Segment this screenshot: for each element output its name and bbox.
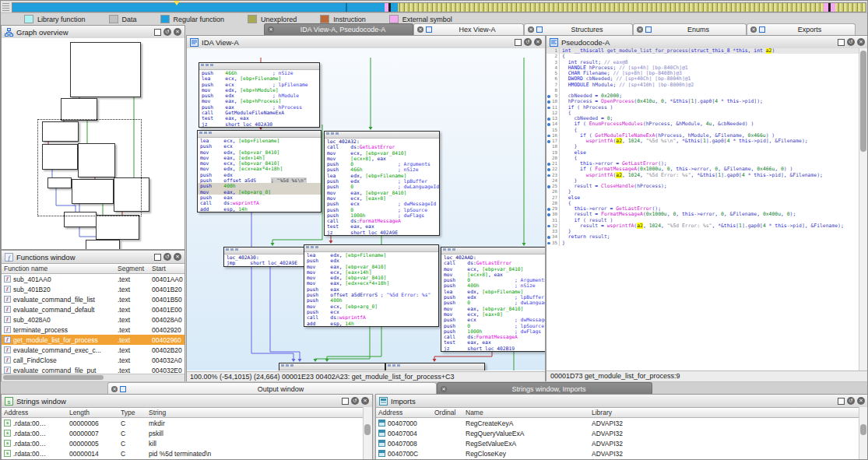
- pseudocode-line[interactable]: 27 else: [546, 195, 859, 201]
- graph-node-g[interactable]: lea ecx, [ebp+Filename]: [279, 363, 385, 370]
- tab-close-icon[interactable]: ✕: [637, 26, 643, 33]
- tab-structures[interactable]: ✕Structures: [524, 23, 633, 35]
- pseudocode-line[interactable]: 14 if ( EnumProcessModules(hProcess, &hM…: [546, 121, 859, 127]
- table-row[interactable]: 00407008RegSetValueExAADVAPI32: [376, 438, 868, 448]
- pseudocode-vscrollbar[interactable]: [859, 48, 868, 370]
- node-title-bar[interactable]: [441, 248, 545, 255]
- table-row[interactable]: fevaluate_command_file_list.text00401B50: [2, 294, 184, 304]
- scroll-thumb[interactable]: [364, 424, 371, 435]
- table-row[interactable]: s.rdata:00…00000006Cmkdir: [2, 418, 372, 428]
- table-row[interactable]: 0040700CRegCloseKeyADVAPI32: [376, 448, 868, 458]
- restore-icon[interactable]: [342, 398, 349, 405]
- table-header[interactable]: AddressOrdinalNameLibrary: [376, 408, 868, 418]
- pseudocode-line[interactable]: 17 wsprintfA(a2, 1024, "%5d %s\n", *&thi…: [546, 139, 859, 144]
- table-header[interactable]: Function nameSegmentStart: [2, 264, 184, 274]
- graph-node-c[interactable]: loc_402A32:call ds:GetLastErrormov ecx, …: [324, 131, 440, 236]
- tab-enums[interactable]: ✕Enums: [633, 23, 747, 35]
- pseudocode-line[interactable]: 19 else: [546, 150, 859, 156]
- tab-close-icon[interactable]: ✕: [441, 386, 447, 392]
- tab-strings-window-imports[interactable]: ✕Strings window, Imports: [437, 382, 652, 395]
- pseudocode-line[interactable]: 34 return result;: [546, 234, 859, 240]
- graph-node-e[interactable]: lea edx, [ebp+Filename]push edxmov eax, …: [304, 244, 439, 327]
- window-menu-icon[interactable]: ↺: [847, 397, 855, 405]
- close-icon[interactable]: ✕: [361, 397, 369, 405]
- imports-vscrollbar[interactable]: [859, 407, 868, 460]
- pseudocode-line[interactable]: 25 result = CloseHandle(hProcess);: [546, 184, 859, 189]
- pseudocode-line[interactable]: 35}: [546, 241, 859, 246]
- tab-close-icon[interactable]: ✕: [417, 26, 423, 33]
- close-icon[interactable]: ✕: [174, 253, 181, 261]
- close-icon[interactable]: ✕: [534, 38, 542, 46]
- table-row[interactable]: s.rdata:00…00000007Cpskill: [2, 428, 372, 438]
- functions-hscrollbar[interactable]: [2, 374, 184, 381]
- graph-node-b[interactable]: lea ecx, [ebp+Filename]push ecxmov edx, …: [197, 130, 322, 212]
- table-row[interactable]: fsub_401B20.text00401B20: [2, 284, 184, 294]
- graph-overview-canvas[interactable]: [2, 38, 184, 249]
- navigator-address-band[interactable]: [12, 2, 866, 12]
- imports-titlebar[interactable]: Imports ↺✕: [376, 395, 868, 408]
- strings-titlebar[interactable]: s Strings window ↺✕: [2, 395, 372, 408]
- pseudocode-line[interactable]: 1int __thiscall get_module_list_for_proc…: [546, 48, 859, 54]
- scroll-thumb[interactable]: [3, 375, 104, 380]
- table-row[interactable]: fterminate_process.text00402920: [2, 325, 184, 335]
- node-title-bar[interactable]: [198, 131, 321, 138]
- scroll-thumb[interactable]: [860, 51, 866, 152]
- scroll-thumb[interactable]: [860, 424, 866, 435]
- close-icon[interactable]: ✕: [857, 397, 865, 405]
- window-menu-icon[interactable]: ↺: [163, 28, 171, 36]
- table-row[interactable]: fevaluate_command_default.text00401E00: [2, 304, 184, 314]
- restore-icon[interactable]: [515, 39, 522, 46]
- node-title-bar[interactable]: [386, 363, 484, 370]
- pseudocode-line[interactable]: 18 }: [546, 144, 859, 149]
- tab-close-icon[interactable]: ✕: [268, 26, 274, 33]
- overview-viewport-rect[interactable]: [37, 119, 142, 216]
- table-row[interactable]: s.rdata:00…00000014Cpid %5d terminated\n: [2, 448, 372, 458]
- pseudocode-titlebar[interactable]: Pseudocode-A ↺✕: [546, 36, 868, 49]
- node-title-bar[interactable]: [325, 132, 439, 139]
- window-menu-icon[interactable]: ↺: [351, 397, 359, 405]
- window-menu-icon[interactable]: ↺: [524, 38, 532, 46]
- close-icon[interactable]: ✕: [857, 38, 865, 46]
- node-title-bar[interactable]: [304, 245, 438, 252]
- strings-vscrollbar[interactable]: [363, 407, 372, 460]
- ida-view-titlebar[interactable]: IDA View-A ↺✕: [187, 36, 545, 49]
- pseudocode-line[interactable]: 26 }: [546, 189, 859, 195]
- restore-icon[interactable]: [154, 254, 161, 261]
- node-title-bar[interactable]: [199, 63, 319, 70]
- restore-icon[interactable]: [154, 29, 161, 36]
- pseudocode-line[interactable]: 7 HMODULE hModule; // [sp+410h] [bp-8000…: [546, 83, 859, 88]
- table-row[interactable]: 00407004RegQueryValueExAADVAPI32: [376, 428, 868, 438]
- tab-output-window[interactable]: ✕Output window: [107, 382, 437, 395]
- tab-close-icon[interactable]: ✕: [111, 386, 118, 392]
- close-icon[interactable]: ✕: [174, 28, 181, 36]
- table-row[interactable]: fget_module_list_for_process.text0040296…: [2, 335, 184, 345]
- table-row[interactable]: fsub_4028A0.text004028A0: [2, 314, 184, 325]
- node-title-bar[interactable]: [279, 363, 385, 370]
- tab-exports[interactable]: ✕Exports: [747, 23, 856, 35]
- table-row[interactable]: s.rdata:00…00000005Ckill: [2, 438, 372, 448]
- toolbar-drag-handle[interactable]: [2, 2, 9, 11]
- table-row[interactable]: fsub_401AA0.text00401AA0: [2, 274, 184, 284]
- pseudocode-editor[interactable]: 1int __thiscall get_module_list_for_proc…: [546, 48, 859, 370]
- pseudocode-line[interactable]: 23 wsprintfA(a2, 1024, "%5d Error: %s", …: [546, 173, 859, 178]
- graph-node-a[interactable]: push 466h ; nSizelea ecx, [ebp+Filename]…: [199, 62, 320, 128]
- table-row[interactable]: 00407000RegCreateKeyAADVAPI32: [376, 418, 868, 428]
- pseudocode-line[interactable]: 11 if ( hProcess ): [546, 105, 859, 111]
- restore-icon[interactable]: [838, 398, 845, 405]
- graph-node-h[interactable]: lea edx, [ebp+Filename]: [385, 363, 485, 370]
- graph-canvas[interactable]: push 466h ; nSizelea ecx, [ebp+Filename]…: [187, 48, 545, 370]
- nav-current-position-marker[interactable]: [174, 1, 180, 5]
- graph-overview-titlebar[interactable]: Graph overview ↺✕: [2, 26, 184, 39]
- window-menu-icon[interactable]: ↺: [163, 253, 171, 261]
- window-menu-icon[interactable]: ↺: [847, 38, 855, 46]
- table-header[interactable]: AddressLengthTypeString: [2, 408, 372, 418]
- tab-hex-view-a[interactable]: ✕Hex View-A: [413, 23, 524, 35]
- restore-icon[interactable]: [838, 39, 845, 46]
- tab-ida-view-a-pseudocode-a[interactable]: ✕IDA View-A, Pseudocode-A: [264, 23, 413, 35]
- graph-node-f[interactable]: loc_402AAD:call ds:GetLastErrormov ecx, …: [441, 247, 545, 352]
- table-row[interactable]: fcall_FindClose.text004032A0: [2, 355, 184, 365]
- table-row[interactable]: fevaulate_command_exec_c....text00402B20: [2, 345, 184, 355]
- tab-close-icon[interactable]: ✕: [528, 26, 534, 33]
- tab-close-icon[interactable]: ✕: [750, 26, 757, 33]
- functions-titlebar[interactable]: f Functions window ↺✕: [2, 251, 184, 264]
